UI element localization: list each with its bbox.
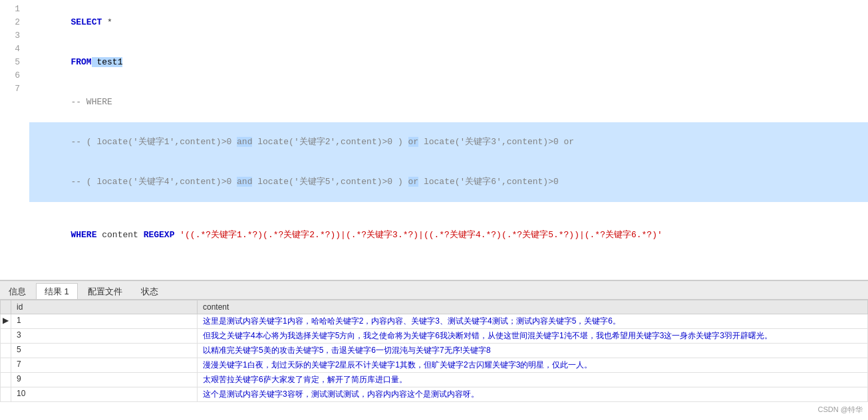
table-row: 5以精准完关键字5美的攻击关键字5，击退关键字6一切混沌与关键字7无序!关键字8 — [1, 344, 868, 358]
bottom-panel: 信息 结果 1 配置文件 状态 id content ▶1这里是测试内容关键字1… — [0, 280, 868, 420]
cell-content: 漫漫关键字1白夜，划过天际的关键字2星辰不计关键字1其数，但旷关键字2古闪耀关键… — [198, 358, 868, 373]
code-line-6 — [29, 202, 868, 215]
row-indicator — [1, 329, 11, 344]
tab-info[interactable]: 信息 — [0, 283, 35, 299]
comment-line5: -- ( locate('关键字4',content)>0 and locate… — [71, 177, 558, 187]
table-row: 3但我之关键字4本心将为我选择关键字5方向，我之使命将为关键字6我决断对错，从使… — [1, 329, 868, 344]
comment-line4: -- ( locate('关键字1',content)>0 and locate… — [71, 137, 574, 147]
row-indicator — [1, 373, 11, 387]
table-name: test1 — [92, 57, 123, 67]
code-text2: content — [96, 230, 143, 240]
code-line-2: FROM test1 — [29, 43, 868, 82]
cell-id: 5 — [11, 344, 198, 358]
cell-id: 9 — [11, 373, 198, 387]
tab-results[interactable]: 结果 1 — [36, 283, 78, 299]
code-content[interactable]: SELECT * FROM test1 -- WHERE -- ( locate… — [24, 3, 868, 277]
table-row: 10这个是测试内容关键字3容呀，测试测试测试，内容内内容这个是测试内容呀。 — [1, 387, 868, 402]
keyword-regexp: REGEXP — [144, 230, 175, 240]
watermark: CSDN @特华 — [818, 405, 863, 415]
col-header-id: id — [11, 300, 198, 314]
row-indicator — [1, 358, 11, 373]
table-row: 7漫漫关键字1白夜，划过天际的关键字2星辰不计关键字1其数，但旷关键字2古闪耀关… — [1, 358, 868, 373]
line-numbers: 1 2 3 4 5 6 7 — [0, 3, 24, 277]
comment-where: -- WHERE — [71, 97, 112, 107]
code-line-1: SELECT * — [29, 3, 868, 43]
tab-bar: 信息 结果 1 配置文件 状态 — [0, 281, 868, 300]
tab-profile[interactable]: 配置文件 — [79, 283, 131, 299]
regexp-string: '((.*?关键字1.*?)(.*?关键字2.*?))|(.*?关键字3.*?)… — [174, 230, 662, 240]
code-text: * — [102, 17, 112, 27]
cell-content: 但我之关键字4本心将为我选择关键字5方向，我之使命将为关键字6我决断对错，从使这… — [198, 329, 868, 344]
code-editor[interactable]: 1 2 3 4 5 6 7 SELECT * FROM test1 -- WHE… — [0, 0, 868, 280]
cell-id: 7 — [11, 358, 198, 373]
cell-content: 以精准完关键字5美的攻击关键字5，击退关键字6一切混沌与关键字7无序!关键字8 — [198, 344, 868, 358]
code-line-7: WHERE content REGEXP '((.*?关键字1.*?)(.*?关… — [29, 215, 868, 255]
row-indicator: ▶ — [1, 314, 11, 329]
table-row: ▶1这里是测试内容关键字1内容，哈哈哈关键字2，内容内容、关键字3、测试关键字4… — [1, 314, 868, 329]
keyword-select: SELECT — [71, 17, 102, 27]
cell-id: 1 — [11, 314, 198, 329]
cell-id: 10 — [11, 387, 198, 402]
keyword-where: WHERE — [71, 230, 96, 240]
keyword-from: FROM — [71, 57, 91, 67]
code-line-5: -- ( locate('关键字4',content)>0 and locate… — [29, 162, 868, 202]
results-table: id content ▶1这里是测试内容关键字1内容，哈哈哈关键字2，内容内容、… — [0, 300, 868, 402]
cell-content: 太艰苦拉关键字6萨大家发了肯定，解开了简历库进口量。 — [198, 373, 868, 387]
table-row: 9太艰苦拉关键字6萨大家发了肯定，解开了简历库进口量。 — [1, 373, 868, 387]
col-header-content: content — [198, 300, 868, 314]
code-line-4: -- ( locate('关键字1',content)>0 and locate… — [29, 122, 868, 162]
code-line-3: -- WHERE — [29, 82, 868, 122]
cell-content: 这里是测试内容关键字1内容，哈哈哈关键字2，内容内容、关键字3、测试关键字4测试… — [198, 314, 868, 329]
tab-status[interactable]: 状态 — [132, 283, 167, 299]
row-indicator-header — [1, 300, 11, 314]
cell-content: 这个是测试内容关键字3容呀，测试测试测试，内容内内容这个是测试内容呀。 — [198, 387, 868, 402]
row-indicator — [1, 387, 11, 402]
row-indicator — [1, 344, 11, 358]
results-content[interactable]: id content ▶1这里是测试内容关键字1内容，哈哈哈关键字2，内容内容、… — [0, 300, 868, 420]
cell-id: 3 — [11, 329, 198, 344]
